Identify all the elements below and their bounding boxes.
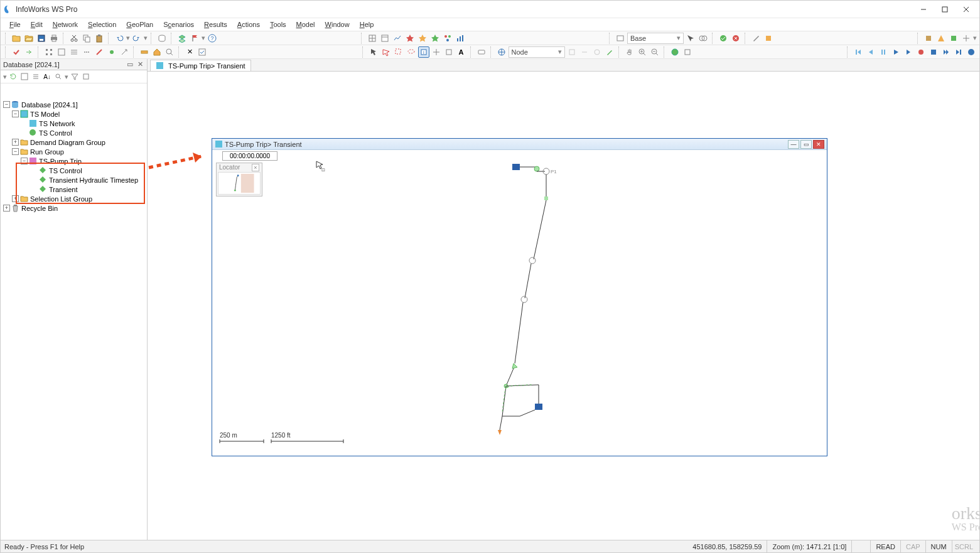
menu-scenarios[interactable]: Scenarios (158, 19, 199, 30)
tb-x3-icon[interactable] (591, 46, 603, 58)
db-refresh-icon[interactable] (8, 72, 18, 82)
pan-icon[interactable] (624, 46, 635, 58)
scenario-pick-icon[interactable] (685, 33, 696, 44)
tree-run[interactable]: − TS-Pump Trip (1, 156, 147, 166)
validate-green-icon[interactable] (718, 33, 729, 44)
validate-red-icon[interactable] (730, 33, 741, 44)
scenario-dropdown[interactable]: Base▾ (627, 33, 684, 44)
zoomin-icon[interactable] (637, 46, 648, 58)
help-icon[interactable]: ? (207, 33, 218, 44)
info-tool-icon[interactable]: i (418, 46, 429, 58)
db-grid-icon[interactable] (19, 72, 30, 82)
tree-control[interactable]: TS Control (1, 128, 147, 137)
select-rect-icon[interactable] (393, 46, 404, 58)
arrow-icon[interactable] (119, 46, 130, 58)
link-red-icon[interactable] (94, 46, 105, 58)
pause-icon[interactable] (878, 46, 889, 58)
layers-icon[interactable] (176, 33, 188, 44)
results-window-title-bar[interactable]: TS-Pump Trip> Transient — ▭ ✕ (212, 139, 827, 150)
minimize-button[interactable] (913, 3, 934, 16)
select-poly-icon[interactable] (380, 46, 392, 58)
x-icon[interactable]: ✕ (184, 46, 195, 58)
tool-d-icon[interactable] (961, 33, 972, 44)
check-icon[interactable] (197, 46, 208, 58)
clip-icon[interactable] (443, 46, 455, 58)
db-expand-icon[interactable] (81, 72, 91, 82)
open2-icon[interactable] (23, 33, 35, 44)
star-green-icon[interactable] (429, 33, 441, 44)
wizard2-icon[interactable] (763, 33, 774, 44)
tree-run-control[interactable]: TS Control (1, 166, 147, 175)
menu-help[interactable]: Help (355, 19, 379, 30)
misc-icon[interactable] (682, 46, 693, 58)
ff-icon[interactable] (940, 46, 952, 58)
pointer-icon[interactable] (368, 46, 379, 58)
grid4-icon[interactable] (56, 46, 67, 58)
menu-geoplan[interactable]: GeoPlan (121, 19, 158, 30)
tool-c-icon[interactable] (948, 33, 959, 44)
db-list-icon[interactable] (31, 72, 41, 82)
tree-slg[interactable]: + Selection List Group (1, 194, 147, 203)
redo-icon[interactable] (131, 33, 143, 44)
home-icon[interactable] (151, 46, 163, 58)
brush-icon[interactable] (604, 46, 615, 58)
tree-rungroup[interactable]: − Run Group (1, 147, 147, 156)
play-icon[interactable] (890, 46, 902, 58)
move-icon[interactable] (431, 46, 442, 58)
menu-tools[interactable]: Tools (265, 19, 291, 30)
tree-network[interactable]: TS Network (1, 119, 147, 128)
last-icon[interactable] (953, 46, 964, 58)
commit-icon[interactable] (11, 46, 22, 58)
select-lasso-icon[interactable] (406, 46, 417, 58)
save-icon[interactable] (36, 33, 47, 44)
tb-x2-icon[interactable] (579, 46, 590, 58)
tool-a-icon[interactable] (923, 33, 934, 44)
star-multi-icon[interactable] (442, 33, 453, 44)
grid-icon[interactable] (367, 33, 378, 44)
star-red-icon[interactable] (404, 33, 416, 44)
panel-close-icon[interactable]: ✕ (136, 60, 144, 69)
star-yellow-icon[interactable] (417, 33, 428, 44)
label-icon[interactable] (476, 46, 487, 58)
record-icon[interactable] (915, 46, 927, 58)
network-diagram[interactable]: 250 m 1250 ft P1 (212, 160, 827, 455)
cut-icon[interactable] (68, 33, 80, 44)
stop-icon[interactable] (928, 46, 939, 58)
open-icon[interactable] (11, 33, 22, 44)
menu-selection[interactable]: Selection (83, 19, 121, 30)
grid3-icon[interactable] (43, 46, 55, 58)
tree-run-tht[interactable]: Transient Hydraulic Timestep (1, 175, 147, 185)
tool-b-icon[interactable] (935, 33, 947, 44)
find-target-dropdown[interactable]: Node▾ (509, 46, 565, 58)
menu-results[interactable]: Results (199, 19, 232, 30)
chart2-icon[interactable] (455, 33, 466, 44)
text-icon[interactable]: A (456, 46, 467, 58)
panel-float-icon[interactable]: ▭ (126, 60, 134, 69)
search-icon[interactable] (164, 46, 175, 58)
menu-actions[interactable]: Actions (232, 19, 265, 30)
sql-icon[interactable] (156, 33, 168, 44)
document-tab[interactable]: TS-Pump Trip> Transient (150, 60, 251, 71)
scenario-icon[interactable] (615, 33, 626, 44)
menu-window[interactable]: Window (320, 19, 355, 30)
tree-run-transient[interactable]: Transient (1, 185, 147, 194)
tree-root[interactable]: − Database [2024.1] (1, 100, 147, 109)
wizard-icon[interactable] (750, 33, 762, 44)
menu-network[interactable]: Network (48, 19, 83, 30)
db-sort-icon[interactable]: A↓ (42, 72, 52, 82)
flag-icon[interactable] (189, 33, 200, 44)
revert-icon[interactable] (23, 46, 35, 58)
print-icon[interactable] (48, 33, 60, 44)
loop-icon[interactable] (966, 46, 977, 58)
menu-file[interactable]: File (4, 19, 26, 30)
close-button[interactable] (956, 3, 977, 16)
db-find-icon[interactable] (53, 72, 63, 82)
globe2-icon[interactable] (669, 46, 681, 58)
menu-model[interactable]: Model (291, 19, 320, 30)
geoplan-canvas[interactable]: orks WS Pro TS-Pump Trip> Transient — ▭ … (148, 72, 979, 540)
copy-icon[interactable] (81, 33, 92, 44)
dots-icon[interactable] (81, 46, 92, 58)
tb-x1-icon[interactable] (566, 46, 578, 58)
play-next-icon[interactable] (903, 46, 914, 58)
results-window[interactable]: TS-Pump Trip> Transient — ▭ ✕ 00:00:00.0… (212, 138, 827, 456)
